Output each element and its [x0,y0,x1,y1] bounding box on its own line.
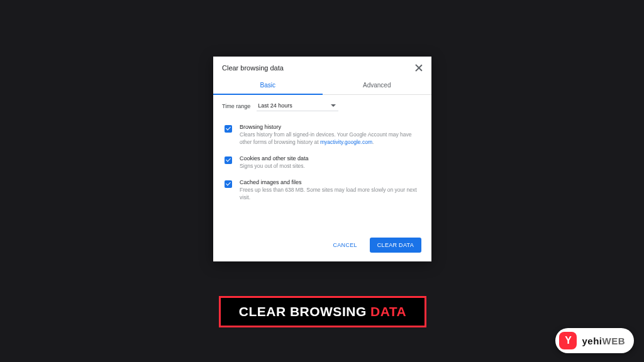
option-desc: Frees up less than 638 MB. Some sites ma… [240,187,420,202]
caption-banner: CLEAR BROWSING DATA [219,296,426,327]
tabs: Basic Advanced [213,77,431,95]
option-browsing-history: Browsing history Clears history from all… [225,120,420,151]
dialog-header: Clear browsing data [213,57,431,77]
cancel-button[interactable]: CANCEL [326,238,365,253]
option-body: Cached images and files Frees up less th… [240,179,420,202]
brand-name: yehiWEB [582,336,625,346]
tab-advanced[interactable]: Advanced [323,77,432,94]
option-body: Cookies and other site data Signs you ou… [240,155,309,170]
brand-icon: Y [559,332,577,349]
dialog-title: Clear browsing data [222,64,284,72]
chevron-down-icon [331,104,336,107]
option-cookies: Cookies and other site data Signs you ou… [225,151,420,175]
tab-basic[interactable]: Basic [213,77,323,94]
option-desc: Signs you out of most sites. [240,163,309,170]
options-list: Browsing history Clears history from all… [213,116,431,212]
clear-data-button[interactable]: CLEAR DATA [370,238,421,253]
caption-text: CLEAR BROWSING DATA [239,304,407,319]
option-cached: Cached images and files Frees up less th… [225,175,420,207]
myactivity-link[interactable]: myactivity.google.com [320,139,372,145]
option-title: Browsing history [240,124,420,130]
option-body: Browsing history Clears history from all… [240,124,420,146]
clear-browsing-data-dialog: Clear browsing data Basic Advanced Time … [213,57,431,261]
time-range-value: Last 24 hours [258,102,292,109]
checkbox-browsing-history[interactable] [225,125,232,133]
time-range-row: Time range Last 24 hours [213,95,431,116]
option-title: Cookies and other site data [240,155,309,162]
brand-badge: Y yehiWEB [555,328,634,353]
checkbox-cookies[interactable] [225,156,232,164]
close-icon[interactable] [414,63,424,73]
time-range-select[interactable]: Last 24 hours [257,101,338,111]
option-title: Cached images and files [240,179,420,185]
checkbox-cached[interactable] [225,180,232,188]
time-range-label: Time range [222,103,250,109]
option-desc: Clears history from all signed-in device… [240,131,420,146]
dialog-actions: CANCEL CLEAR DATA [213,212,431,261]
